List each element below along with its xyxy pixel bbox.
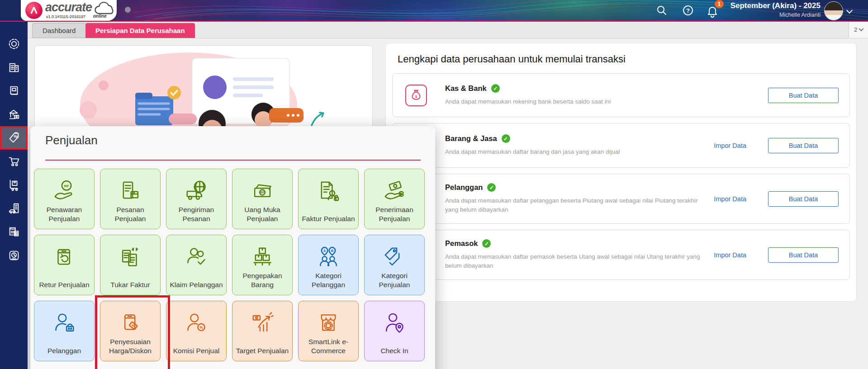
- checklist-row-pelanggan: Pelanggan ✓ Anda dapat memasukan daftar …: [392, 174, 850, 224]
- row-description: Anda dapat memasukan daftar pelanggan be…: [445, 196, 707, 214]
- row-description: Anda dapat memasukan rekening bank beser…: [445, 97, 707, 106]
- impor-data-link[interactable]: Impor Data: [714, 142, 746, 149]
- target-chart-icon: [250, 311, 275, 336]
- tile-label: Komisi Penjual: [171, 346, 222, 355]
- period-selector[interactable]: September (Akira) - 2025: [730, 1, 821, 10]
- banknotes-icon: RP: [250, 179, 275, 203]
- svg-text:TAX: TAX: [10, 228, 15, 231]
- row-title: Kas & Bank: [445, 84, 487, 93]
- tile-penyesuaian-harga-diskon[interactable]: % Penyesuaian Harga/Diskon: [100, 301, 161, 361]
- tile-tukar-faktur[interactable]: Tukar Faktur: [100, 235, 161, 295]
- tile-penawaran-penjualan[interactable]: RP Penawaran Penjualan: [34, 169, 95, 229]
- impor-data-link[interactable]: Impor Data: [714, 251, 746, 259]
- tile-kategori-penjualan[interactable]: Kategori Penjualan: [364, 235, 425, 295]
- money-bag-icon: $: [405, 85, 427, 106]
- logo-wordmark: accurate: [45, 0, 92, 14]
- storefront-gear-icon: [316, 311, 341, 336]
- pins-people-icon: A B: [316, 245, 341, 270]
- tile-kategori-pelanggan[interactable]: A B Kategori Pelanggan: [298, 235, 359, 295]
- tile-label: Pesanan Penjualan: [100, 205, 160, 223]
- hand-money-icon: [382, 179, 407, 203]
- tile-retur-penjualan[interactable]: Retur Penjualan: [34, 235, 95, 295]
- tile-label: Uang Muka Penjualan: [232, 205, 292, 223]
- svg-text:A: A: [323, 249, 326, 253]
- tile-pelanggan[interactable]: Pelanggan: [34, 301, 95, 361]
- tile-check-in[interactable]: Check In: [364, 301, 425, 361]
- tile-uang-muka-penjualan[interactable]: RP Uang Muka Penjualan: [232, 169, 293, 229]
- tile-pengiriman-pesanan[interactable]: Pengiriman Pesanan: [166, 169, 227, 229]
- svg-text:%: %: [199, 325, 203, 330]
- sidebar-item-settings[interactable]: [0, 32, 28, 56]
- help-icon[interactable]: ?: [682, 5, 694, 16]
- tab-persiapan-data-perusahaan[interactable]: Persiapan Data Perusahaan: [85, 23, 195, 38]
- truck-globe-icon: [184, 179, 209, 203]
- logo-area[interactable]: accurate v1.0.1#3115-2016197 online: [21, 0, 117, 21]
- tile-penerimaan-penjualan[interactable]: Penerimaan Penjualan: [364, 169, 425, 229]
- purchase-cart-icon: [7, 155, 21, 168]
- discount-tag-icon: %: [118, 311, 142, 336]
- sidebar-item-purchases[interactable]: [0, 150, 28, 173]
- price-tags-icon: [382, 245, 407, 270]
- row-title: Pemasok: [445, 239, 478, 248]
- tile-label: Penyesuaian Harga/Diskon: [100, 337, 160, 355]
- checklist-row-pemasok: Pemasok ✓ Anda dapat memasukan daftar pe…: [392, 230, 850, 280]
- tile-pengepakan-barang[interactable]: Pengepakan Barang: [232, 235, 293, 295]
- check-icon: ✓: [482, 239, 491, 248]
- notification-badge: 1: [715, 0, 724, 8]
- sidebar-item-cash-bank[interactable]: [0, 103, 28, 126]
- svg-text:$: $: [415, 94, 417, 98]
- buat-data-button[interactable]: Buat Data: [768, 88, 839, 103]
- impor-data-link[interactable]: Impor Data: [714, 195, 746, 203]
- search-icon[interactable]: [656, 5, 668, 16]
- sidebar-item-inventory[interactable]: [0, 173, 28, 197]
- tile-label: Penawaran Penjualan: [34, 205, 94, 223]
- tile-komisi-penjual[interactable]: % Komisi Penjual: [166, 301, 227, 361]
- check-icon: ✓: [502, 134, 510, 143]
- buat-data-button[interactable]: Buat Data: [768, 247, 839, 263]
- inventory-dolly-icon: [7, 178, 21, 192]
- tile-target-penjualan[interactable]: Target Penjualan: [232, 301, 293, 361]
- tile-smartlink-ecommerce[interactable]: SmartLink e-Commerce: [298, 301, 359, 361]
- svg-text:RP: RP: [64, 184, 69, 188]
- sidebar-item-fixed-assets[interactable]: [0, 197, 28, 220]
- company-data-checklist-panel: Lengkapi data perusahaan untuk memulai t…: [385, 43, 857, 302]
- sidebar-item-company[interactable]: [0, 56, 28, 79]
- cash-bank-icon: [7, 108, 21, 121]
- sidebar-item-ledger[interactable]: [0, 79, 28, 103]
- row-description: Anda dapat memasukan daftar barang dan j…: [445, 147, 707, 156]
- penjualan-popup: Penjualan RP Penawaran Penjualan Pesan: [30, 126, 435, 369]
- tile-label: Retur Penjualan: [37, 280, 91, 289]
- sidebar-item-sales-active[interactable]: Rp: [0, 126, 28, 150]
- tile-pesanan-penjualan[interactable]: Pesanan Penjualan: [100, 169, 161, 229]
- customer-check-icon: [184, 245, 209, 270]
- tab-overflow-dropdown[interactable]: 2: [849, 21, 868, 38]
- avatar[interactable]: [824, 1, 843, 20]
- sidebar-nav: Rp TAX: [0, 21, 28, 369]
- tile-klaim-pelanggan[interactable]: Klaim Pelanggan: [166, 235, 227, 295]
- popup-title-underline: [45, 160, 421, 161]
- tax-icon: TAX: [7, 225, 21, 239]
- tile-faktur-penjualan[interactable]: Faktur Penjualan: [298, 169, 359, 229]
- accurate-logo-icon: [25, 2, 43, 19]
- check-icon: ✓: [487, 183, 496, 192]
- logo-online-label: online: [93, 14, 106, 19]
- top-bar: accurate v1.0.1#3115-2016197 online ? 1 …: [0, 0, 868, 22]
- buat-data-button[interactable]: Buat Data: [768, 138, 839, 153]
- buat-data-button[interactable]: Buat Data: [768, 191, 839, 207]
- sidebar-item-reports[interactable]: [0, 244, 28, 267]
- tab-dashboard[interactable]: Dashboard: [32, 23, 86, 38]
- sidebar-item-tax[interactable]: TAX: [0, 220, 28, 244]
- company-icon: [7, 61, 21, 74]
- tab-overflow-count: 2: [854, 26, 857, 33]
- main-content: Lengkapi data perusahaan untuk memulai t…: [28, 38, 868, 369]
- sales-menu-grid: RP Penawaran Penjualan Pesanan Penjualan: [34, 169, 435, 361]
- status-dot: [125, 7, 131, 13]
- tile-label: Target Penjualan: [234, 346, 290, 355]
- row-description: Anda dapat memasukan daftar pemasok bese…: [445, 252, 707, 270]
- svg-text:RP: RP: [260, 191, 265, 194]
- tile-label: Pengepakan Barang: [232, 271, 292, 289]
- svg-text:Rp: Rp: [14, 135, 18, 138]
- person-pin-icon: [382, 311, 407, 336]
- checklist-row-barang-jasa: Barang & Jasa ✓ Anda dapat memasukan daf…: [392, 123, 850, 168]
- check-icon: ✓: [491, 84, 500, 93]
